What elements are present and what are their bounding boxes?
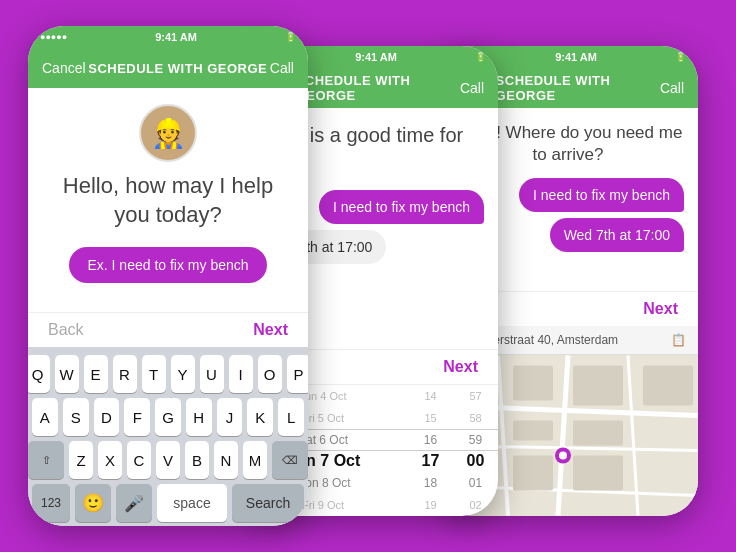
key-z[interactable]: Z	[69, 441, 93, 479]
call-button-2[interactable]: Call	[460, 80, 484, 96]
space-key[interactable]: space	[157, 484, 227, 522]
battery-icon-3: 🔋	[675, 52, 686, 62]
key-q[interactable]: Q	[28, 355, 50, 393]
key-h[interactable]: H	[186, 398, 212, 436]
avatar-1: 👷	[139, 104, 197, 162]
nav-title-2: SCHEDULE WITH GEORGE	[296, 73, 460, 103]
key-i[interactable]: I	[229, 355, 253, 393]
key-a[interactable]: A	[32, 398, 58, 436]
time-display-1: 9:41 AM	[67, 31, 285, 43]
key-g[interactable]: G	[155, 398, 181, 436]
time-display-3: 9:41 AM	[477, 51, 675, 63]
location-icon-3: 📋	[671, 333, 686, 347]
key-x[interactable]: X	[98, 441, 122, 479]
svg-rect-14	[513, 456, 553, 491]
input-bubble-1[interactable]: Ex. I need to fix my bench	[69, 247, 266, 283]
battery-icon: 🔋	[285, 32, 296, 42]
search-key[interactable]: Search	[232, 484, 304, 522]
key-o[interactable]: O	[258, 355, 282, 393]
key-e[interactable]: E	[84, 355, 108, 393]
picker-min-col[interactable]: 57 58 59 00 01 02	[453, 385, 498, 516]
key-j[interactable]: J	[217, 398, 243, 436]
next-button-1[interactable]: Next	[253, 321, 288, 339]
key-v[interactable]: V	[156, 441, 180, 479]
key-r[interactable]: R	[113, 355, 137, 393]
svg-rect-13	[643, 366, 693, 406]
call-button-1[interactable]: Call	[270, 60, 294, 76]
delete-key[interactable]: ⌫	[272, 441, 308, 479]
key-u[interactable]: U	[200, 355, 224, 393]
key-k[interactable]: K	[247, 398, 273, 436]
nav-bar-1: Cancel SCHEDULE WITH GEORGE Call	[28, 48, 308, 88]
status-bar-1: ●●●●● 9:41 AM 🔋	[28, 26, 308, 48]
greeting-text-1: Hello, how may I help you today?	[42, 172, 294, 229]
svg-point-17	[559, 452, 567, 460]
battery-icon-2: 🔋	[475, 52, 486, 62]
call-button-3[interactable]: Call	[660, 80, 684, 96]
keyboard-1: Q W E R T Y U I O P A S D F G H	[28, 347, 308, 526]
key-w[interactable]: W	[55, 355, 79, 393]
key-s[interactable]: S	[63, 398, 89, 436]
next-button-3[interactable]: Next	[643, 300, 678, 318]
svg-rect-10	[573, 421, 623, 446]
svg-rect-9	[573, 366, 623, 406]
key-n[interactable]: N	[214, 441, 238, 479]
keyboard-row-1: Q W E R T Y U I O P	[32, 355, 304, 393]
phone-1: ●●●●● 9:41 AM 🔋 Cancel SCHEDULE WITH GEO…	[28, 26, 308, 526]
bubble-right-2a: I need to fix my bench	[319, 190, 484, 224]
key-l[interactable]: L	[278, 398, 304, 436]
svg-rect-7	[513, 366, 553, 401]
nav-title-1: SCHEDULE WITH GEORGE	[88, 61, 267, 76]
bubble-right-3a: I need to fix my bench	[519, 178, 684, 212]
keyboard-row-2: A S D F G H J K L	[32, 398, 304, 436]
cancel-button-1[interactable]: Cancel	[42, 60, 86, 76]
nav-title-3: SCHEDULE WITH GEORGE	[496, 73, 660, 103]
key-f[interactable]: F	[124, 398, 150, 436]
emoji-key[interactable]: 🙂	[75, 484, 111, 522]
nav-bottom-1: Back Next	[28, 312, 308, 347]
key-b[interactable]: B	[185, 441, 209, 479]
key-c[interactable]: C	[127, 441, 151, 479]
next-button-2[interactable]: Next	[443, 358, 478, 376]
back-button-1[interactable]: Back	[48, 321, 84, 339]
svg-rect-8	[513, 421, 553, 441]
signal-icons: ●●●●●	[40, 32, 67, 42]
svg-rect-15	[573, 456, 623, 491]
key-y[interactable]: Y	[171, 355, 195, 393]
chat-area-1: 👷 Hello, how may I help you today? Ex. I…	[28, 88, 308, 312]
keyboard-row-4: 123 🙂 🎤 space Search	[32, 484, 304, 522]
key-m[interactable]: M	[243, 441, 267, 479]
key-p[interactable]: P	[287, 355, 309, 393]
key-t[interactable]: T	[142, 355, 166, 393]
picker-hour-col[interactable]: 14 15 16 17 18 19	[408, 385, 453, 516]
num-key[interactable]: 123	[32, 484, 70, 522]
mic-key[interactable]: 🎤	[116, 484, 152, 522]
key-d[interactable]: D	[94, 398, 120, 436]
shift-key[interactable]: ⇧	[28, 441, 64, 479]
bubble-right-3b: Wed 7th at 17:00	[550, 218, 684, 252]
keyboard-row-3: ⇧ Z X C V B N M ⌫	[32, 441, 304, 479]
